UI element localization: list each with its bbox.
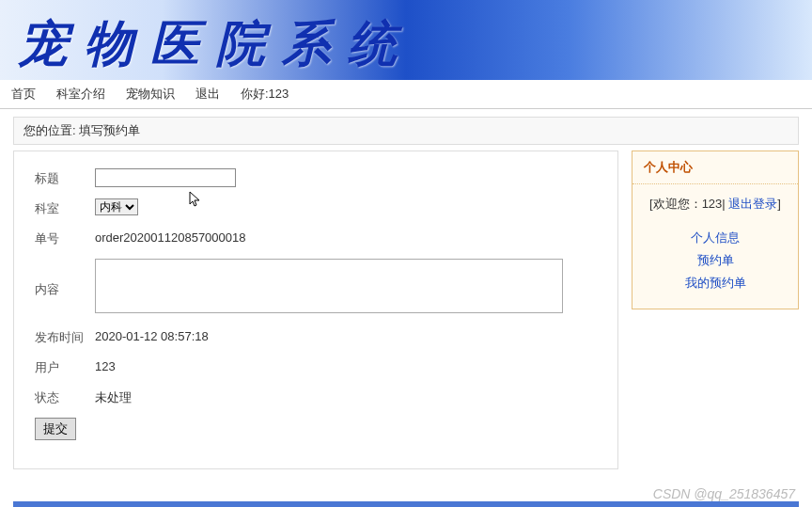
- nav-knowledge[interactable]: 宠物知识: [126, 86, 175, 103]
- welcome-suffix: ]: [777, 197, 781, 211]
- value-status: 未处理: [95, 388, 132, 406]
- breadcrumb: 您的位置: 填写预约单: [13, 117, 799, 145]
- top-nav: 首页 科室介绍 宠物知识 退出 你好:123: [0, 80, 812, 109]
- watermark: CSDN @qq_251836457: [653, 486, 795, 501]
- welcome-user: 123: [702, 197, 723, 211]
- form-panel: 标题 科室 内科 单号 order202001120857000018 内容 发…: [13, 151, 618, 469]
- nav-dept[interactable]: 科室介绍: [56, 86, 105, 103]
- value-order: order202001120857000018: [95, 229, 246, 245]
- select-dept[interactable]: 内科: [95, 198, 138, 215]
- sidebar-header: 个人中心: [632, 151, 798, 184]
- nav-home[interactable]: 首页: [11, 86, 36, 103]
- nav-greeting[interactable]: 你好:123: [241, 86, 289, 103]
- welcome-prefix: [欢迎您：: [649, 197, 702, 211]
- label-content: 内容: [35, 259, 95, 298]
- sidebar: 个人中心 [欢迎您：123| 退出登录] 个人信息 预约单 我的预约单: [632, 151, 799, 309]
- breadcrumb-page: 填写预约单: [79, 123, 140, 137]
- sidebar-welcome: [欢迎您：123| 退出登录]: [642, 196, 789, 213]
- sidebar-link-profile[interactable]: 个人信息: [642, 230, 789, 246]
- sidebar-link-myreserve[interactable]: 我的预约单: [642, 275, 789, 292]
- logout-link[interactable]: 退出登录: [728, 197, 777, 211]
- value-user: 123: [95, 357, 116, 373]
- label-dept: 科室: [35, 198, 95, 217]
- label-user: 用户: [35, 357, 95, 376]
- label-order: 单号: [35, 229, 95, 247]
- breadcrumb-prefix: 您的位置:: [23, 123, 76, 137]
- textarea-content[interactable]: [95, 259, 563, 313]
- banner: 宠物医院系统: [0, 0, 812, 80]
- sidebar-link-reserve[interactable]: 预约单: [642, 252, 789, 269]
- label-status: 状态: [35, 388, 95, 406]
- submit-button[interactable]: 提交: [35, 418, 76, 440]
- label-title: 标题: [35, 168, 95, 187]
- nav-logout[interactable]: 退出: [195, 86, 220, 103]
- footer-bar: 网站后台: [13, 501, 799, 507]
- value-publish: 2020-01-12 08:57:18: [95, 327, 209, 343]
- site-title: 宠物医院系统: [0, 0, 812, 80]
- input-title[interactable]: [95, 168, 236, 187]
- label-publish: 发布时间: [35, 327, 95, 346]
